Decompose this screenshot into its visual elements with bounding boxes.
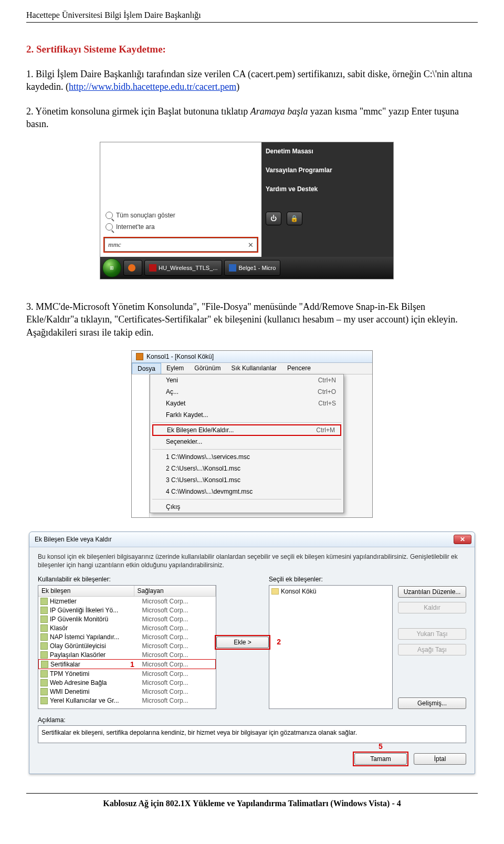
snapin-row[interactable]: IP Güvenlik MonitörüMicrosoft Corp...: [38, 614, 216, 623]
snapin-row[interactable]: HizmetlerMicrosoft Corp...: [38, 597, 216, 606]
control-panel-link[interactable]: Denetim Masası: [266, 148, 389, 155]
cert-url-link[interactable]: http://www.bidb.hacettepe.edu.tr/cacert.…: [69, 81, 236, 92]
snapin-icon: [40, 642, 48, 650]
snapin-name: Paylaşılan Klasörler: [50, 651, 140, 659]
menu-separator: [152, 499, 341, 499]
search-suggestion-web[interactable]: Internet'te ara: [100, 221, 261, 233]
snapin-row[interactable]: Yetkilendirme YöneticisiMicrosoft Corp..…: [38, 705, 216, 706]
mmc-title-text: Konsol1 - [Konsol Kökü]: [146, 353, 214, 360]
menu-new[interactable]: YeniCtrl+N: [150, 374, 343, 386]
menu-recent-1[interactable]: 1 C:\Windows\...\services.msc: [150, 451, 343, 463]
snapin-name: Sertifikalar: [50, 661, 140, 668]
menu-saveas[interactable]: Farklı Kaydet...: [150, 409, 343, 421]
move-down-button[interactable]: Aşağı Taşı: [398, 644, 466, 655]
add-remove-snapin-dialog: Ek Bileşen Ekle veya Kaldır ✕ Bu konsol …: [29, 532, 475, 774]
snapin-row[interactable]: Paylaşılan KlasörlerMicrosoft Corp...: [38, 650, 216, 659]
snapin-row[interactable]: Sertifikalar1Microsoft Corp...: [38, 659, 216, 669]
selected-label: Seçili ek bileşenler:: [269, 576, 393, 583]
ok-button[interactable]: Tamam: [354, 753, 407, 765]
search-box[interactable]: ✕: [104, 238, 257, 252]
snapin-name: Yerel Kullanıcılar ve Gr...: [50, 697, 140, 704]
taskbar-pdf[interactable]: HU_Wireless_TTLS_...: [144, 260, 222, 276]
power-icon[interactable]: ⏻: [266, 212, 281, 225]
menu-file[interactable]: Dosya: [132, 363, 161, 374]
menu-recent-3[interactable]: 3 C:\Users\...\Konsol1.msc: [150, 474, 343, 486]
section-title: 2. Sertifikayı Sisteme Kaydetme:: [26, 44, 478, 55]
snapin-row[interactable]: TPM YönetimiMicrosoft Corp...: [38, 669, 216, 678]
menu-action[interactable]: Eylem: [161, 363, 189, 374]
paragraph-1: 1. Bilgi İşlem Daire Başkanlığı tarafınd…: [26, 68, 478, 93]
help-support-link[interactable]: Yardım ve Destek: [266, 185, 389, 193]
snapin-vendor: Microsoft Corp...: [142, 651, 188, 659]
firefox-icon: [128, 264, 135, 272]
available-snapins-list[interactable]: Ek bileşen Sağlayan HizmetlerMicrosoft C…: [38, 585, 216, 709]
advanced-button[interactable]: Gelişmiş...: [398, 697, 466, 709]
clear-search-icon[interactable]: ✕: [248, 241, 254, 249]
snapin-name: IP Güvenliği İlkeleri Yö...: [50, 607, 140, 614]
snapin-row[interactable]: KlasörMicrosoft Corp...: [38, 623, 216, 632]
console-root-node[interactable]: Konsol Kökü: [271, 588, 390, 595]
menu-recent-2[interactable]: 2 C:\Users\...\Konsol1.msc: [150, 463, 343, 474]
start-left-panel: Tüm sonuçları göster Internet'te ara ✕: [100, 142, 261, 257]
selected-snapins-list[interactable]: Konsol Kökü: [269, 585, 393, 709]
menu-favorites[interactable]: Sık Kullanılanlar: [226, 363, 282, 374]
mmc-titlebar: Konsol1 - [Konsol Kökü]: [132, 351, 372, 363]
snapin-row[interactable]: IP Güvenliği İlkeleri Yö...Microsoft Cor…: [38, 606, 216, 614]
snapin-row[interactable]: WMI DenetimiMicrosoft Corp...: [38, 687, 216, 696]
snapin-vendor: Microsoft Corp...: [142, 670, 188, 678]
file-menu-dropdown: YeniCtrl+N Aç...Ctrl+O KaydetCtrl+S Fark…: [150, 374, 344, 513]
snapin-name: Web Adresine Bağla: [50, 679, 140, 686]
snapin-icon: [40, 679, 48, 686]
callout-1: 1: [130, 660, 134, 669]
snapin-row[interactable]: Yerel Kullanıcılar ve Gr...Microsoft Cor…: [38, 696, 216, 705]
menu-exit[interactable]: Çıkış: [150, 501, 343, 513]
lock-icon[interactable]: 🔒: [287, 212, 302, 225]
description-label: Açıklama:: [38, 716, 466, 724]
list-header: Ek bileşen Sağlayan: [38, 586, 216, 597]
snapin-vendor: Microsoft Corp...: [142, 642, 188, 650]
snapin-icon: [40, 706, 48, 706]
dialog-title-text: Ek Bileşen Ekle veya Kaldır: [35, 536, 112, 543]
menu-save[interactable]: KaydetCtrl+S: [150, 398, 343, 409]
para2-italic: Aramaya başla: [250, 106, 308, 117]
snapin-row[interactable]: NAP İstemci Yapılandır...Microsoft Corp.…: [38, 632, 216, 641]
start-right-panel: Denetim Masası Varsayılan Programlar Yar…: [261, 142, 393, 257]
menu-window[interactable]: Pencere: [282, 363, 316, 374]
search-suggestion-all[interactable]: Tüm sonuçları göster: [100, 210, 261, 221]
snapin-vendor: Microsoft Corp...: [142, 706, 188, 706]
snapin-icon: [40, 616, 48, 623]
sug-all-label: Tüm sonuçları göster: [116, 212, 175, 219]
taskbar-word[interactable]: Belge1 - Micro: [224, 260, 280, 276]
col-vendor: Sağlayan: [134, 586, 216, 596]
search-input[interactable]: [108, 241, 225, 249]
folder-icon: [271, 588, 279, 595]
snapin-vendor: Microsoft Corp...: [142, 624, 188, 632]
close-button[interactable]: ✕: [454, 535, 471, 544]
remove-button[interactable]: Kaldır: [398, 602, 466, 613]
available-label: Kullanılabilir ek bileşenler:: [38, 576, 216, 583]
menu-recent-4[interactable]: 4 C:\Windows\...\devmgmt.msc: [150, 486, 343, 497]
default-programs-link[interactable]: Varsayılan Programlar: [266, 166, 389, 174]
console-root-label: Konsol Kökü: [281, 588, 316, 595]
snapin-row[interactable]: Web Adresine BağlaMicrosoft Corp...: [38, 678, 216, 687]
menu-add-remove-snapin[interactable]: Ek Bileşen Ekle/Kaldır...Ctrl+M: [152, 424, 341, 436]
cancel-button[interactable]: İptal: [414, 753, 466, 765]
menu-options[interactable]: Seçenekler...: [150, 436, 343, 447]
add-button-highlight: Ekle > 2: [215, 635, 270, 650]
snapin-icon: [40, 697, 48, 704]
edit-extensions-button[interactable]: Uzantıları Düzenle...: [398, 586, 466, 598]
taskbar-firefox[interactable]: [123, 260, 142, 276]
menu-open[interactable]: Aç...Ctrl+O: [150, 386, 343, 398]
callout-5: 5: [379, 742, 383, 751]
add-button[interactable]: Ekle >: [216, 637, 269, 648]
snapin-icon: [40, 670, 48, 678]
menu-separator: [152, 422, 341, 423]
menu-view[interactable]: Görünüm: [189, 363, 226, 374]
snapin-row[interactable]: Olay GörüntüleyicisiMicrosoft Corp...: [38, 641, 216, 650]
snapin-vendor: Microsoft Corp...: [142, 607, 188, 614]
start-button[interactable]: ⊞: [102, 258, 121, 277]
col-snapin: Ek bileşen: [38, 586, 134, 596]
move-up-button[interactable]: Yukarı Taşı: [398, 628, 466, 640]
sug-web-label: Internet'te ara: [116, 223, 155, 231]
para2-pre: 2. Yönetim konsoluna girmek için Başlat …: [26, 106, 250, 117]
